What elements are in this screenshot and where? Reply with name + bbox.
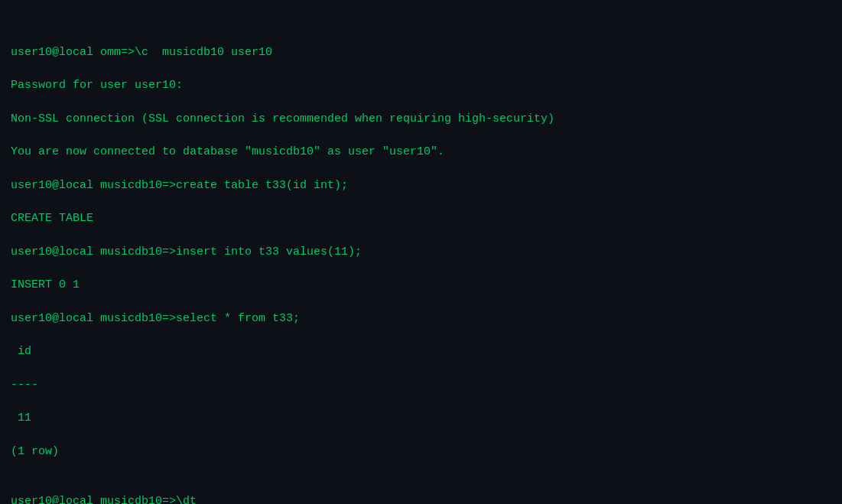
terminal-line-15: user10@local musicdb10=>\dt — [11, 493, 831, 504]
terminal-line-7: user10@local musicdb10=>insert into t33 … — [11, 244, 831, 261]
terminal-line-5: user10@local musicdb10=>create table t33… — [11, 177, 831, 194]
terminal-line-12: 11 — [11, 410, 831, 427]
terminal-line-3: Non-SSL connection (SSL connection is re… — [11, 111, 831, 128]
terminal-window[interactable]: user10@local omm=>\c musicdb10 user10 Pa… — [0, 0, 842, 504]
terminal-line-9: user10@local musicdb10=>select * from t3… — [11, 311, 831, 327]
terminal-line-8: INSERT 0 1 — [11, 277, 831, 294]
terminal-line-1: user10@local omm=>\c musicdb10 user10 — [11, 44, 831, 61]
terminal-line-6: CREATE TABLE — [11, 210, 831, 227]
terminal-line-2: Password for user user10: — [11, 77, 831, 94]
terminal-line-10: id — [11, 343, 831, 360]
terminal-line-13: (1 row) — [11, 444, 831, 460]
terminal-line-4: You are now connected to database "music… — [11, 144, 831, 161]
terminal-line-11: ---- — [11, 377, 831, 394]
